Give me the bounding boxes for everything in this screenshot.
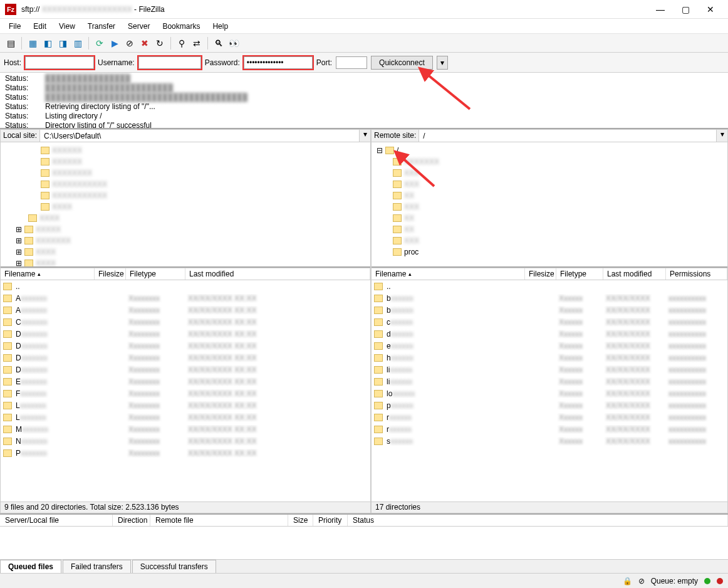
col-status[interactable]: Status bbox=[348, 515, 728, 526]
list-item[interactable]: bxxxxxxXxxxxxXX/XX/XXXXxxxxxxxxxx bbox=[372, 292, 727, 304]
list-item[interactable]: AxxxxxxxXxxxxxxxXX/XX/XXXX XX:XX bbox=[1, 304, 370, 316]
menu-view[interactable]: View bbox=[53, 21, 81, 32]
col-filetype[interactable]: Filetype bbox=[556, 268, 603, 280]
port-input[interactable] bbox=[336, 56, 367, 69]
list-item[interactable]: .. bbox=[1, 280, 370, 292]
username-input[interactable] bbox=[138, 56, 201, 69]
list-item[interactable]: exxxxxxXxxxxxXX/XX/XXXXxxxxxxxxxx bbox=[372, 340, 727, 352]
folder-icon bbox=[3, 426, 12, 433]
menu-transfer[interactable]: Transfer bbox=[81, 21, 122, 32]
menu-help[interactable]: Help bbox=[206, 21, 234, 32]
tab-failed-transfers[interactable]: Failed transfers bbox=[63, 560, 131, 573]
col-modified[interactable]: Last modified bbox=[185, 268, 370, 280]
list-item[interactable]: lixxxxxxXxxxxxXX/XX/XXXXxxxxxxxxxx bbox=[372, 364, 727, 375]
list-item[interactable]: DxxxxxxxXxxxxxxxXX/XX/XXXX XX:XX bbox=[1, 352, 370, 364]
quickconnect-button[interactable]: Quickconnect bbox=[371, 56, 433, 70]
folder-icon bbox=[374, 354, 383, 362]
list-item[interactable]: sxxxxxxXxxxxxXX/XX/XXXXxxxxxxxxxx bbox=[372, 435, 727, 447]
reconnect-icon[interactable]: ↻ bbox=[153, 36, 167, 50]
status-bar: 🔒 ⊘ Queue: empty bbox=[0, 573, 728, 588]
col-filetype[interactable]: Filetype bbox=[126, 268, 185, 280]
list-item[interactable]: dxxxxxxXxxxxxXX/XX/XXXXxxxxxxxxxx bbox=[372, 328, 727, 340]
col-size[interactable]: Size bbox=[288, 515, 313, 526]
list-item[interactable]: lixxxxxxXxxxxxXX/XX/XXXXxxxxxxxxxx bbox=[372, 375, 727, 387]
col-filename[interactable]: Filename▴ bbox=[1, 268, 95, 280]
menu-server[interactable]: Server bbox=[122, 21, 156, 32]
toggle-local-tree-icon[interactable]: ◧ bbox=[41, 36, 55, 50]
remote-site-dropdown[interactable]: ▾ bbox=[716, 130, 727, 142]
menu-edit[interactable]: Edit bbox=[27, 21, 53, 32]
list-item[interactable]: rxxxxxxXxxxxxXX/XX/XXXXxxxxxxxxxx bbox=[372, 423, 727, 435]
list-item[interactable]: DxxxxxxxXxxxxxxxXX/XX/XXXX XX:XX bbox=[1, 364, 370, 375]
folder-icon bbox=[385, 147, 394, 154]
toggle-log-icon[interactable]: ▦ bbox=[26, 36, 39, 50]
col-server[interactable]: Server/Local file bbox=[0, 515, 113, 526]
menu-bookmarks[interactable]: Bookmarks bbox=[156, 21, 206, 32]
list-item[interactable]: DxxxxxxxXxxxxxxxXX/XX/XXXX XX:XX bbox=[1, 340, 370, 352]
col-modified[interactable]: Last modified bbox=[603, 268, 666, 280]
folder-icon bbox=[374, 366, 383, 374]
list-item[interactable]: rxxxxxxXxxxxxXX/XX/XXXXxxxxxxxxxx bbox=[372, 411, 727, 423]
maximize-button[interactable]: ▢ bbox=[673, 1, 698, 18]
list-item[interactable]: loxxxxxxXxxxxxXX/XX/XXXXxxxxxxxxxx bbox=[372, 387, 727, 399]
local-pane: Local site: ▾ XXXXXX XXXXXX XXXXXXXX XXX… bbox=[0, 129, 371, 513]
cancel-icon[interactable]: ⊘ bbox=[123, 36, 137, 50]
list-item[interactable]: pxxxxxxXxxxxxXX/XX/XXXXxxxxxxxxxx bbox=[372, 399, 727, 411]
local-tree[interactable]: XXXXXX XXXXXX XXXXXXXX XXXXXXXXXXX XXXXX… bbox=[1, 142, 370, 268]
list-item[interactable]: CxxxxxxxXxxxxxxxXX/XX/XXXX XX:XX bbox=[1, 316, 370, 328]
col-filesize[interactable]: Filesize bbox=[95, 268, 126, 280]
list-item[interactable]: .. bbox=[372, 280, 727, 292]
local-site-input[interactable] bbox=[40, 130, 359, 142]
process-queue-icon[interactable]: ▶ bbox=[108, 36, 122, 50]
folder-icon bbox=[3, 283, 12, 290]
window-title: sftp:// XXXXXXXXXXXXXXXXXX - FileZilla bbox=[21, 5, 648, 14]
search-icon[interactable]: 🔍︎ bbox=[212, 36, 226, 50]
list-item[interactable]: NxxxxxxxXxxxxxxxXX/XX/XXXX XX:XX bbox=[1, 435, 370, 447]
filter-icon[interactable]: ⚲ bbox=[175, 36, 189, 50]
remote-tree-proc[interactable]: proc bbox=[404, 248, 419, 256]
queue-body[interactable] bbox=[0, 527, 728, 559]
close-button[interactable]: ✕ bbox=[698, 1, 723, 18]
list-item[interactable]: MxxxxxxxXxxxxxxxXX/XX/XXXX XX:XX bbox=[1, 423, 370, 435]
remote-root[interactable]: / bbox=[397, 146, 398, 155]
list-item[interactable]: hxxxxxxXxxxxxXX/XX/XXXXxxxxxxxxxx bbox=[372, 352, 727, 364]
message-log[interactable]: Status:████████████████ Status:█████████… bbox=[0, 73, 728, 129]
list-item[interactable]: PxxxxxxxXxxxxxxxXX/XX/XXXX XX:XX bbox=[1, 447, 370, 459]
compare-icon[interactable]: ⇄ bbox=[190, 36, 204, 50]
local-site-label: Local site: bbox=[1, 130, 40, 142]
list-item[interactable]: LxxxxxxxXxxxxxxxXX/XX/XXXX XX:XX bbox=[1, 399, 370, 411]
binoculars-icon[interactable]: 👀 bbox=[227, 36, 241, 50]
disconnect-icon[interactable]: ✖ bbox=[138, 36, 152, 50]
list-item[interactable]: FxxxxxxxXxxxxxxxXX/XX/XXXX XX:XX bbox=[1, 387, 370, 399]
host-input[interactable] bbox=[25, 56, 94, 69]
minimize-button[interactable]: — bbox=[648, 1, 673, 18]
col-direction[interactable]: Direction bbox=[113, 515, 150, 526]
col-filesize[interactable]: Filesize bbox=[525, 268, 556, 280]
list-item[interactable]: AxxxxxxxXxxxxxxxXX/XX/XXXX XX:XX bbox=[1, 292, 370, 304]
refresh-icon[interactable]: ⟳ bbox=[93, 36, 107, 50]
tab-successful-transfers[interactable]: Successful transfers bbox=[132, 560, 216, 573]
expand-icon[interactable]: ⊟ bbox=[377, 146, 383, 155]
list-item[interactable]: bxxxxxxXxxxxxXX/XX/XXXXxxxxxxxxxx bbox=[372, 304, 727, 316]
local-listview[interactable]: Filename▴ Filesize Filetype Last modifie… bbox=[1, 268, 370, 501]
tab-queued-files[interactable]: Queued files bbox=[0, 560, 61, 573]
remote-listview[interactable]: Filename▴ Filesize Filetype Last modifie… bbox=[372, 268, 727, 501]
quickconnect-history-dropdown[interactable]: ▾ bbox=[437, 56, 448, 70]
list-item[interactable]: DxxxxxxxXxxxxxxxXX/XX/XXXX XX:XX bbox=[1, 328, 370, 340]
toggle-remote-tree-icon[interactable]: ◨ bbox=[56, 36, 70, 50]
remote-site-input[interactable] bbox=[419, 130, 716, 142]
col-priority[interactable]: Priority bbox=[313, 515, 348, 526]
col-filename[interactable]: Filename▴ bbox=[372, 268, 525, 280]
list-item[interactable]: ExxxxxxxXxxxxxxxXX/XX/XXXX XX:XX bbox=[1, 375, 370, 387]
menu-file[interactable]: File bbox=[3, 21, 27, 32]
col-permissions[interactable]: Permissions bbox=[666, 268, 727, 280]
local-site-dropdown[interactable]: ▾ bbox=[359, 130, 370, 142]
list-item[interactable]: cxxxxxxXxxxxxXX/XX/XXXXxxxxxxxxxx bbox=[372, 316, 727, 328]
toggle-queue-icon[interactable]: ▥ bbox=[71, 36, 85, 50]
remote-tree[interactable]: ⊟/ XXXXXXX XXX XXX XX XXX XX XX XXX proc bbox=[372, 142, 727, 268]
list-item[interactable]: LxxxxxxxXxxxxxxxXX/XX/XXXX XX:XX bbox=[1, 411, 370, 423]
site-manager-icon[interactable]: ▤ bbox=[4, 36, 18, 50]
col-remote-file[interactable]: Remote file bbox=[150, 515, 288, 526]
folder-icon bbox=[374, 342, 383, 350]
password-input[interactable] bbox=[244, 56, 313, 69]
